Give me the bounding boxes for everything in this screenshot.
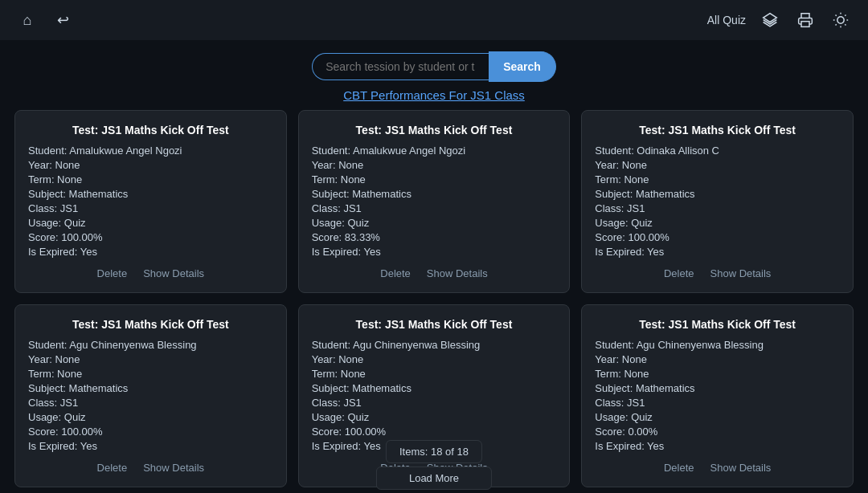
card-title-1: Test: JS1 Maths Kick Off Test	[312, 124, 557, 136]
card-score-1: Score: 83.33%	[312, 231, 557, 243]
delete-button-3[interactable]: Delete	[97, 462, 128, 474]
card-5: Test: JS1 Maths Kick Off Test Student: A…	[581, 304, 854, 487]
delete-button-0[interactable]: Delete	[97, 267, 128, 279]
all-quiz-label: All Quiz	[707, 14, 746, 26]
show-details-button-2[interactable]: Show Details	[710, 267, 772, 279]
card-class-4: Class: JS1	[312, 397, 557, 409]
show-details-button-0[interactable]: Show Details	[143, 267, 204, 279]
card-3: Test: JS1 Maths Kick Off Test Student: A…	[14, 304, 287, 487]
card-student-1: Student: Amalukwue Angel Ngozi	[312, 145, 557, 157]
card-year-2: Year: None	[595, 159, 840, 171]
card-actions-2: Delete Show Details	[595, 267, 840, 279]
card-expired-0: Is Expired: Yes	[28, 246, 273, 258]
card-subject-1: Subject: Mathematics	[312, 188, 557, 200]
card-subject-2: Subject: Mathematics	[595, 188, 840, 200]
card-term-5: Term: None	[595, 368, 840, 380]
card-class-1: Class: JS1	[312, 202, 557, 214]
card-year-5: Year: None	[595, 353, 840, 365]
card-score-0: Score: 100.00%	[28, 231, 273, 243]
card-subject-0: Subject: Mathematics	[28, 188, 273, 200]
card-year-1: Year: None	[312, 159, 557, 171]
delete-button-2[interactable]: Delete	[664, 267, 694, 279]
card-student-3: Student: Agu Chinenyenwa Blessing	[28, 339, 273, 351]
svg-point-2	[837, 17, 844, 23]
card-title-0: Test: JS1 Maths Kick Off Test	[28, 124, 273, 136]
card-usage-1: Usage: Quiz	[312, 217, 557, 229]
card-usage-5: Usage: Quiz	[595, 411, 840, 423]
svg-line-6	[845, 24, 845, 25]
card-score-2: Score: 100.00%	[595, 231, 840, 243]
card-year-3: Year: None	[28, 353, 273, 365]
card-score-5: Score: 0.00%	[595, 426, 840, 438]
page-title: CBT Performances For JS1 Class	[0, 88, 868, 102]
nav-left: ⌂ ↩	[16, 9, 74, 31]
card-subject-4: Subject: Mathematics	[312, 382, 557, 394]
back-icon[interactable]: ↩	[51, 9, 74, 31]
svg-line-9	[836, 24, 837, 25]
search-area: Search	[0, 40, 868, 88]
svg-line-5	[836, 15, 837, 16]
svg-line-10	[845, 15, 845, 16]
bottom-bar: Items: 18 of 18 Load More	[376, 440, 492, 493]
card-year-0: Year: None	[28, 159, 273, 171]
card-actions-5: Delete Show Details	[595, 462, 840, 474]
card-usage-0: Usage: Quiz	[28, 217, 273, 229]
card-title-4: Test: JS1 Maths Kick Off Test	[312, 318, 557, 331]
card-student-0: Student: Amalukwue Angel Ngozi	[28, 145, 273, 157]
card-score-4: Score: 100.00%	[312, 426, 557, 438]
card-title-3: Test: JS1 Maths Kick Off Test	[28, 318, 273, 331]
card-class-2: Class: JS1	[595, 202, 840, 214]
card-student-2: Student: Odinaka Allison C	[595, 145, 840, 157]
card-actions-3: Delete Show Details	[28, 462, 273, 474]
card-expired-2: Is Expired: Yes	[595, 246, 840, 258]
card-class-0: Class: JS1	[28, 202, 273, 214]
card-usage-2: Usage: Quiz	[595, 217, 840, 229]
card-subject-3: Subject: Mathematics	[28, 382, 273, 394]
cards-grid: Test: JS1 Maths Kick Off Test Student: A…	[0, 110, 868, 493]
card-year-4: Year: None	[312, 353, 557, 365]
card-term-0: Term: None	[28, 173, 273, 185]
card-term-2: Term: None	[595, 173, 840, 185]
search-input[interactable]	[312, 53, 489, 80]
card-actions-0: Delete Show Details	[28, 267, 273, 279]
card-score-3: Score: 100.00%	[28, 426, 273, 438]
card-title-5: Test: JS1 Maths Kick Off Test	[595, 318, 840, 331]
navbar: ⌂ ↩ All Quiz	[0, 0, 868, 40]
card-expired-5: Is Expired: Yes	[595, 440, 840, 452]
layers-icon[interactable]	[759, 9, 781, 31]
show-details-button-5[interactable]: Show Details	[710, 462, 772, 474]
card-student-5: Student: Agu Chinenyenwa Blessing	[595, 339, 840, 351]
card-actions-1: Delete Show Details	[312, 267, 557, 279]
card-student-4: Student: Agu Chinenyenwa Blessing	[312, 339, 557, 351]
nav-right: All Quiz	[707, 9, 852, 31]
home-icon[interactable]: ⌂	[16, 9, 39, 31]
show-details-button-3[interactable]: Show Details	[143, 462, 204, 474]
card-term-1: Term: None	[312, 173, 557, 185]
card-expired-1: Is Expired: Yes	[312, 246, 557, 258]
card-class-3: Class: JS1	[28, 397, 273, 409]
card-class-5: Class: JS1	[595, 397, 840, 409]
card-usage-4: Usage: Quiz	[312, 411, 557, 423]
print-icon[interactable]	[794, 9, 817, 31]
card-subject-5: Subject: Mathematics	[595, 382, 840, 394]
sun-icon[interactable]	[829, 9, 852, 31]
show-details-button-1[interactable]: Show Details	[427, 267, 488, 279]
search-button[interactable]: Search	[489, 51, 556, 82]
delete-button-5[interactable]: Delete	[664, 462, 694, 474]
card-0: Test: JS1 Maths Kick Off Test Student: A…	[14, 110, 287, 293]
card-term-4: Term: None	[312, 368, 557, 380]
card-1: Test: JS1 Maths Kick Off Test Student: A…	[298, 110, 571, 293]
card-expired-3: Is Expired: Yes	[28, 440, 273, 452]
card-title-2: Test: JS1 Maths Kick Off Test	[595, 124, 840, 136]
load-more-button[interactable]: Load More	[376, 467, 492, 490]
card-usage-3: Usage: Quiz	[28, 411, 273, 423]
card-2: Test: JS1 Maths Kick Off Test Student: O…	[581, 110, 854, 293]
svg-rect-1	[801, 22, 809, 27]
delete-button-1[interactable]: Delete	[380, 267, 411, 279]
items-count: Items: 18 of 18	[386, 440, 482, 463]
card-term-3: Term: None	[28, 368, 273, 380]
